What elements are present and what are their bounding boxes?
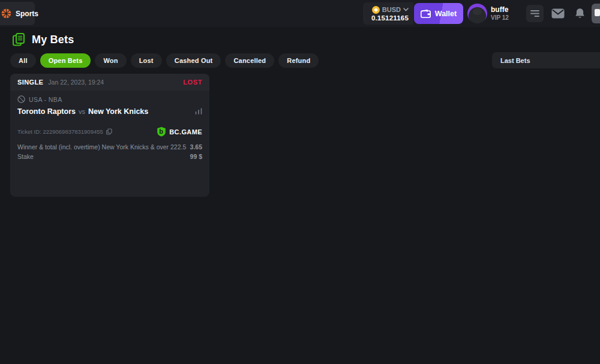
page-head: My Bets xyxy=(12,32,74,47)
vs-label: vs xyxy=(79,108,85,115)
bet-card-header: SINGLE Jan 22, 2023, 19:24 LOST xyxy=(10,74,209,91)
bet-date: Jan 22, 2023, 19:24 xyxy=(48,79,104,86)
user-vip-level: VIP 12 xyxy=(491,14,509,22)
currency-balance: 0.15121165 xyxy=(371,14,409,22)
bet-odds-value: 3.65 xyxy=(190,143,202,151)
stake-value: 99 $ xyxy=(190,153,202,160)
sort-dropdown[interactable]: Last Bets xyxy=(492,52,600,68)
filter-won[interactable]: Won xyxy=(95,53,126,68)
mail-icon xyxy=(551,8,565,19)
sort-dropdown-value: Last Bets xyxy=(500,57,530,64)
basketball-icon xyxy=(1,8,11,19)
inbox-button[interactable] xyxy=(551,7,565,20)
bell-icon xyxy=(575,8,585,19)
home-team: Toronto Raptors xyxy=(17,107,76,116)
chat-button[interactable] xyxy=(592,4,600,23)
bet-slip-button[interactable] xyxy=(526,5,544,22)
svg-text:b: b xyxy=(159,128,163,135)
league-label: USA - NBA xyxy=(29,96,62,103)
stats-button[interactable] xyxy=(195,106,202,117)
bet-selection-row: Winner & total (incl. overtime) New York… xyxy=(17,143,202,151)
bcgame-logo-icon: b xyxy=(157,127,166,137)
page-title: My Bets xyxy=(32,34,74,46)
copy-icon xyxy=(106,128,112,135)
ticket-id: Ticket ID: 2229069837831909455 xyxy=(17,128,103,135)
chevron-down-icon xyxy=(403,8,409,11)
my-bets-page: Sports BUSD 0.15121165 Wallet buffe V xyxy=(0,0,600,364)
busd-coin-icon xyxy=(372,6,380,14)
filter-lost[interactable]: Lost xyxy=(131,53,162,68)
notifications-button[interactable] xyxy=(574,7,586,20)
bet-status-badge: LOST xyxy=(183,79,202,86)
ticket-row: Ticket ID: 2229069837831909455 b BC.GAME xyxy=(17,127,202,137)
filter-refund[interactable]: Refund xyxy=(278,53,319,68)
copy-ticket-button[interactable] xyxy=(106,128,112,135)
filter-cashed-out[interactable]: Cashed Out xyxy=(166,53,221,68)
bet-type: SINGLE xyxy=(17,79,43,86)
filter-pills: All Open Bets Won Lost Cashed Out Cancel… xyxy=(10,53,319,68)
stake-label: Stake xyxy=(17,153,34,160)
brand-name: BC.GAME xyxy=(169,128,202,136)
bet-selection-label: Winner & total (incl. overtime) New York… xyxy=(17,143,186,151)
sports-tab[interactable]: Sports xyxy=(0,2,35,25)
user-meta[interactable]: buffe VIP 12 xyxy=(491,5,509,22)
wallet-button-label: Wallet xyxy=(435,10,457,18)
wallet-button[interactable]: Wallet xyxy=(414,3,463,24)
topbar: Sports BUSD 0.15121165 Wallet buffe V xyxy=(0,0,600,27)
currency-code: BUSD xyxy=(382,6,401,13)
league-row: USA - NBA xyxy=(17,95,62,103)
brand: b BC.GAME xyxy=(157,127,202,137)
wallet-icon xyxy=(421,10,431,18)
user-name: buffe xyxy=(491,5,509,14)
teams-row[interactable]: Toronto Raptors vs New York Knicks xyxy=(17,106,202,117)
bet-slip-icon xyxy=(530,10,539,17)
bar-chart-icon xyxy=(195,108,202,115)
sports-tab-label: Sports xyxy=(16,10,38,18)
user-avatar[interactable] xyxy=(467,4,487,23)
filter-all[interactable]: All xyxy=(10,53,36,68)
my-bets-icon xyxy=(12,32,26,47)
away-team: New York Knicks xyxy=(88,107,148,116)
stake-row: Stake 99 $ xyxy=(17,153,202,160)
filter-cancelled[interactable]: Cancelled xyxy=(225,53,274,68)
filter-open-bets[interactable]: Open Bets xyxy=(40,53,91,68)
league-basketball-icon xyxy=(17,95,25,103)
bet-card[interactable]: SINGLE Jan 22, 2023, 19:24 LOST USA - NB… xyxy=(10,74,209,197)
currency-selector[interactable]: BUSD 0.15121165 xyxy=(363,2,413,25)
